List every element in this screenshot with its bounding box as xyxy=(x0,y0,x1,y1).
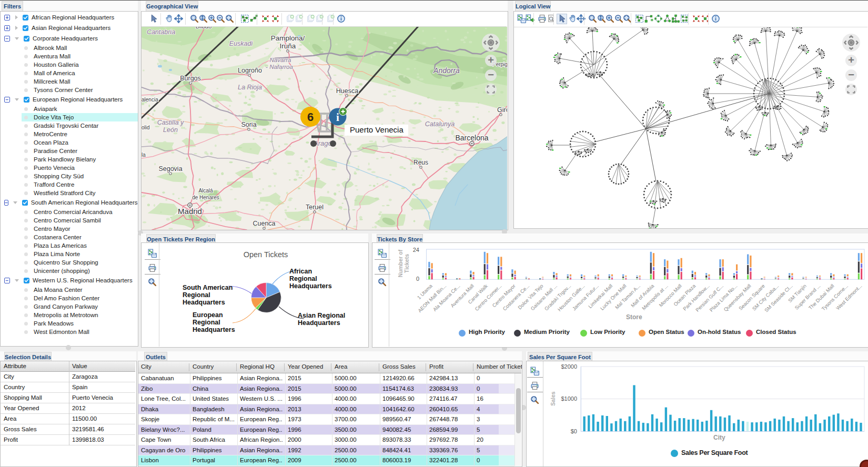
svg-text:Burgos: Burgos xyxy=(180,75,201,82)
svg-text:Teruel: Teruel xyxy=(306,204,324,211)
svg-text:0: 0 xyxy=(416,276,419,282)
svg-text:$2000: $2000 xyxy=(561,363,577,370)
svg-text:alencia: alencia xyxy=(142,97,158,103)
svg-text:León: León xyxy=(163,126,178,134)
svg-text:6: 6 xyxy=(307,110,314,124)
svg-text:Segovia: Segovia xyxy=(158,165,182,172)
svg-text:olid: olid xyxy=(142,125,150,130)
svg-text:i: i xyxy=(336,111,339,124)
svg-text:Puerto Venecia: Puerto Venecia xyxy=(350,125,403,134)
svg-text:Cantabria: Cantabria xyxy=(147,28,175,36)
svg-text:Madrid: Madrid xyxy=(178,207,202,216)
svg-text:Bilbao: Bilbao xyxy=(196,27,212,29)
svg-text:Catalunya: Catalunya xyxy=(425,120,455,128)
svg-text:Huesca: Huesca xyxy=(336,87,358,95)
svg-text:Andorra: Andorra xyxy=(433,66,460,75)
svg-text:Logroño: Logroño xyxy=(238,67,262,74)
svg-text:de Henares: de Henares xyxy=(192,195,219,200)
svg-text:- Nafarroa: - Nafarroa xyxy=(266,64,293,70)
svg-text:$1000: $1000 xyxy=(561,395,577,402)
svg-text:Reus: Reus xyxy=(413,159,428,166)
svg-text:Giron: Giron xyxy=(497,106,507,114)
svg-text:Navarra: Navarra xyxy=(270,57,291,63)
svg-text:24: 24 xyxy=(413,247,419,253)
svg-text:la: la xyxy=(142,152,146,158)
svg-text:$0: $0 xyxy=(571,428,577,434)
svg-text:La Rioja: La Rioja xyxy=(238,84,262,91)
svg-text:Castilla y: Castilla y xyxy=(157,119,184,126)
svg-text:Barcelona: Barcelona xyxy=(455,134,488,142)
svg-text:Cuenca: Cuenca xyxy=(253,220,275,227)
svg-text:Alcalá: Alcalá xyxy=(198,188,213,194)
svg-text:Iruña: Iruña xyxy=(280,42,296,50)
svg-text:Euskadi: Euskadi xyxy=(229,40,254,47)
svg-text:Soria: Soria xyxy=(241,121,256,128)
svg-text:Pamplona/: Pamplona/ xyxy=(271,34,305,42)
